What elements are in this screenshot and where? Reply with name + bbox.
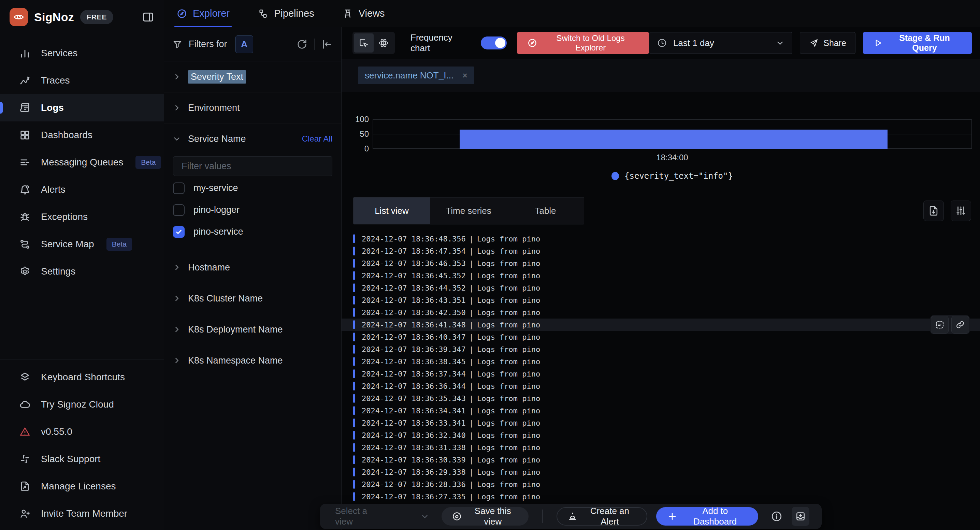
log-row[interactable]: 2024-12-07 18:36:44.352|Logs from pino — [342, 282, 980, 294]
filter-values-input[interactable] — [173, 156, 332, 176]
select-view-dropdown[interactable]: Select a view — [335, 506, 429, 527]
log-severity-indicator — [353, 480, 355, 489]
log-row[interactable]: 2024-12-07 18:36:47.354|Logs from pino — [342, 245, 980, 257]
log-row[interactable]: 2024-12-07 18:36:36.344|Logs from pino — [342, 380, 980, 392]
service-name-toggle[interactable]: Service Name Clear All — [164, 124, 341, 154]
sidebar-item-try-signoz-cloud[interactable]: Try Signoz Cloud — [0, 391, 164, 418]
time-range-select[interactable]: Last 1 day — [649, 32, 792, 54]
k8s-cluster-toggle[interactable]: K8s Cluster Name — [164, 283, 341, 314]
create-alert-button[interactable]: Create an Alert — [557, 507, 647, 525]
service-checkbox-pino-service[interactable]: pino-service — [173, 222, 332, 241]
query-bar[interactable]: service.name NOT_I... × — [342, 59, 980, 92]
chart-legend[interactable]: {severity_text="info"} — [372, 171, 972, 181]
sidebar-item-alerts[interactable]: Alerts — [0, 176, 164, 203]
log-row[interactable]: 2024-12-07 18:36:41.348|Logs from pino — [342, 319, 980, 331]
sidebar-item-logs[interactable]: Logs — [0, 94, 164, 121]
sidebar-footer-nav: Keyboard Shortcuts Try Signoz Cloud v0.5… — [0, 359, 164, 530]
chart-plot[interactable] — [372, 119, 972, 149]
log-row[interactable]: 2024-12-07 18:36:39.347|Logs from pino — [342, 343, 980, 355]
sidebar-item-settings[interactable]: Settings — [0, 258, 164, 285]
format-options-icon[interactable] — [951, 200, 971, 221]
switch-old-explorer-button[interactable]: Switch to Old Logs Explorer — [517, 32, 649, 54]
log-row[interactable]: 2024-12-07 18:36:28.336|Logs from pino — [342, 478, 980, 490]
bar-chart-icon — [19, 48, 31, 59]
log-row[interactable]: 2024-12-07 18:36:30.339|Logs from pino — [342, 454, 980, 466]
k8s-deployment-toggle[interactable]: K8s Deployment Name — [164, 314, 341, 345]
log-row[interactable]: 2024-12-07 18:36:31.338|Logs from pino — [342, 441, 980, 454]
log-row[interactable]: 2024-12-07 18:36:42.350|Logs from pino — [342, 306, 980, 319]
logs-explorer-main: Frequency chart Switch to Old Logs Explo… — [342, 27, 980, 530]
tab-list-view[interactable]: List view — [353, 197, 430, 224]
log-row[interactable]: 2024-12-07 18:36:32.340|Logs from pino — [342, 429, 980, 441]
log-row[interactable]: 2024-12-07 18:36:34.341|Logs from pino — [342, 405, 980, 417]
log-row[interactable]: 2024-12-07 18:36:35.343|Logs from pino — [342, 392, 980, 405]
tab-table[interactable]: Table — [507, 197, 584, 224]
cursor-select-icon[interactable] — [354, 33, 374, 52]
sidebar-item-keyboard-shortcuts[interactable]: Keyboard Shortcuts — [0, 363, 164, 391]
remove-filter-icon[interactable]: × — [462, 71, 468, 80]
tab-time-series[interactable]: Time series — [430, 197, 507, 224]
log-severity-indicator — [353, 468, 355, 476]
log-row[interactable]: 2024-12-07 18:36:27.335|Logs from pino — [342, 490, 980, 503]
view-actions-bar: Select a view Save this view Create an A… — [320, 504, 822, 529]
severity-text-toggle[interactable]: Severity Text — [164, 61, 341, 92]
share-button[interactable]: Share — [800, 32, 856, 54]
filter-section-severity-text: Severity Text — [164, 61, 341, 92]
live-atom-icon[interactable] — [374, 33, 393, 52]
sidebar-item-exceptions[interactable]: Exceptions — [0, 203, 164, 230]
service-checkbox-pino-logger[interactable]: pino-logger — [173, 200, 332, 220]
stage-run-query-button[interactable]: Stage & Run Query — [863, 32, 972, 54]
tab-pipelines[interactable]: Pipelines — [256, 0, 316, 27]
inbox-save-icon[interactable] — [792, 507, 810, 526]
sidebar-item-slack-support[interactable]: Slack Support — [0, 446, 164, 473]
sidebar-item-traces[interactable]: Traces — [0, 67, 164, 94]
chevron-right-icon — [173, 104, 180, 111]
log-row[interactable]: 2024-12-07 18:36:48.356|Logs from pino — [342, 233, 980, 245]
frequency-chart: 100 50 0 18:34:00 {severity_text="info"} — [342, 92, 980, 193]
frequency-chart-toggle[interactable] — [481, 36, 507, 49]
sidebar-item-manage-licenses[interactable]: Manage Licenses — [0, 473, 164, 500]
map-icon — [19, 238, 31, 250]
checkbox-icon — [173, 204, 185, 216]
save-this-view-button[interactable]: Save this view — [442, 507, 528, 525]
log-row[interactable]: 2024-12-07 18:36:29.338|Logs from pino — [342, 466, 980, 478]
k8s-namespace-toggle[interactable]: K8s Namespace Name — [164, 345, 341, 376]
collapse-sidebar-icon[interactable] — [141, 10, 155, 24]
clear-all-button[interactable]: Clear All — [302, 134, 332, 144]
filter-section-environment: Environment — [164, 92, 341, 124]
sidebar-item-messaging-queues[interactable]: Messaging Queues Beta — [0, 149, 164, 176]
chart-bar-severity-info[interactable] — [460, 130, 888, 149]
chevron-right-icon — [173, 357, 180, 364]
log-row[interactable]: 2024-12-07 18:36:43.351|Logs from pino — [342, 294, 980, 306]
collapse-filters-icon[interactable] — [321, 38, 332, 50]
service-checkbox-my-service[interactable]: my-service — [173, 178, 332, 198]
log-severity-indicator — [353, 296, 355, 305]
sidebar-item-service-map[interactable]: Service Map Beta — [0, 230, 164, 258]
content-column: Explorer Pipelines Views Filters for A — [164, 0, 980, 530]
cloud-icon — [19, 399, 31, 410]
hostname-toggle[interactable]: Hostname — [164, 252, 341, 283]
clock-icon — [657, 38, 667, 48]
query-letter-badge[interactable]: A — [235, 35, 253, 53]
download-logs-icon[interactable] — [923, 200, 944, 221]
log-row[interactable]: 2024-12-07 18:36:46.353|Logs from pino — [342, 257, 980, 270]
filters-title: Filters for — [189, 39, 227, 49]
sidebar-item-invite-team-member[interactable]: Invite Team Member — [0, 500, 164, 527]
add-to-dashboard-button[interactable]: Add to Dashboard — [656, 507, 758, 525]
info-icon[interactable] — [770, 510, 783, 522]
tab-views[interactable]: Views — [340, 0, 387, 27]
query-filter-chip[interactable]: service.name NOT_I... × — [358, 67, 474, 84]
sidebar-item-dashboards[interactable]: Dashboards — [0, 121, 164, 149]
log-row[interactable]: 2024-12-07 18:36:38.345|Logs from pino — [342, 355, 980, 368]
tab-explorer[interactable]: Explorer — [174, 0, 232, 27]
refresh-filters-icon[interactable] — [296, 38, 308, 50]
log-row[interactable]: 2024-12-07 18:36:37.344|Logs from pino — [342, 368, 980, 380]
environment-toggle[interactable]: Environment — [164, 92, 341, 123]
log-severity-indicator — [353, 394, 355, 403]
log-row[interactable]: 2024-12-07 18:36:33.341|Logs from pino — [342, 417, 980, 429]
log-row[interactable]: 2024-12-07 18:36:45.352|Logs from pino — [342, 270, 980, 282]
log-severity-indicator — [353, 271, 355, 280]
sidebar-item-version[interactable]: v0.55.0 — [0, 418, 164, 446]
log-row[interactable]: 2024-12-07 18:36:40.347|Logs from pino — [342, 331, 980, 343]
sidebar-item-services[interactable]: Services — [0, 40, 164, 67]
